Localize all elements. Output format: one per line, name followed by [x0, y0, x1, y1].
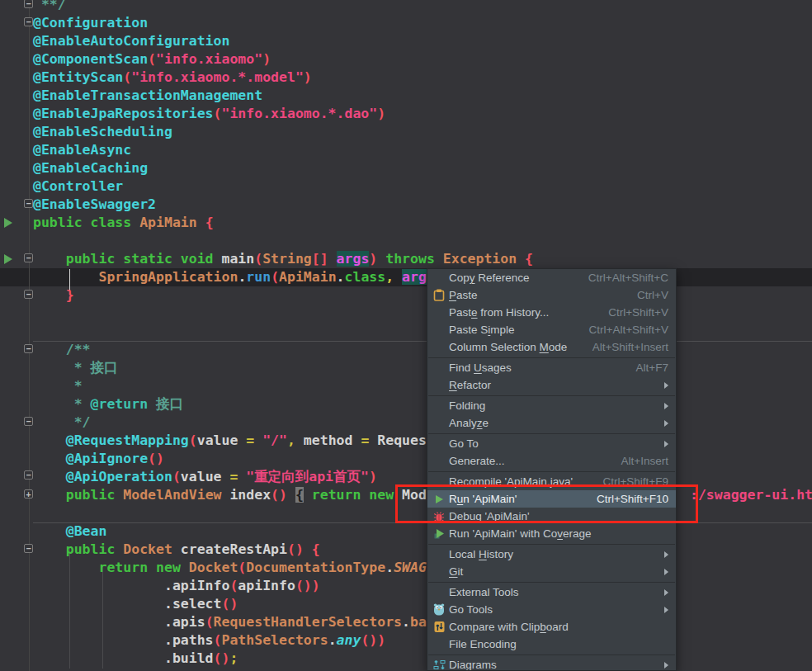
menu-item-external-tools[interactable]: External Tools — [427, 584, 676, 601]
menu-item-column-selection-mode[interactable]: Column Selection ModeAlt+Shift+Insert — [427, 338, 676, 356]
menu-item-analyze[interactable]: Analyze — [427, 414, 676, 432]
code-line[interactable]: @EnableCaching — [33, 159, 148, 177]
menu-item-folding[interactable]: Folding — [427, 397, 676, 414]
menu-item-icon-slot — [432, 379, 446, 392]
submenu-arrow-icon — [664, 662, 668, 669]
code-line[interactable]: @EnableAutoConfiguration — [33, 32, 229, 50]
code-line[interactable]: public Docket createRestApi() { — [33, 541, 320, 559]
menu-item-shortcut: Alt+Insert — [621, 455, 668, 467]
menu-item-refactor[interactable]: Refactor — [427, 376, 676, 394]
submenu-arrow-icon — [664, 403, 668, 409]
menu-item-icon-slot — [432, 399, 446, 413]
menu-item-shortcut: Ctrl+Alt+Shift+V — [589, 324, 668, 336]
code-line[interactable]: public ModelAndView index() { return new… — [33, 486, 427, 504]
code-line[interactable]: SpringApplication.run(ApiMain.class, arg — [33, 268, 427, 286]
run-gutter-arrow-icon[interactable] — [4, 218, 12, 228]
menu-item-icon-slot — [432, 437, 446, 451]
fold-marker-icon[interactable]: − — [24, 417, 33, 426]
annotation-highlight-box — [395, 484, 698, 523]
code-line[interactable]: public class ApiMain { — [33, 214, 214, 232]
fold-expand-icon[interactable]: + — [24, 489, 33, 499]
fold-marker-icon[interactable]: − — [24, 470, 33, 480]
menu-item-go-tools[interactable]: Go Tools — [427, 601, 676, 618]
code-line[interactable]: * 接口 — [33, 359, 118, 377]
code-line[interactable]: .select() — [33, 595, 238, 613]
menu-item-shortcut: Alt+Shift+Insert — [592, 341, 668, 353]
menu-item-label: Find Usages — [449, 361, 512, 374]
fold-marker-icon[interactable]: − — [24, 290, 33, 299]
code-line[interactable]: @RequestMapping(value = "/", method = Re… — [33, 432, 427, 450]
menu-item-local-history[interactable]: Local History — [427, 546, 676, 563]
menu-item-go-to[interactable]: Go To — [427, 435, 676, 452]
menu-item-copy-reference[interactable]: Copy ReferenceCtrl+Alt+Shift+C — [427, 269, 676, 286]
menu-item-icon-slot — [432, 324, 446, 337]
code-line[interactable]: @EntityScan("info.xiaomo.*.model") — [33, 69, 312, 87]
menu-item-run-apimain-with-coverage[interactable]: Run 'ApiMain' with Coverage — [427, 525, 676, 542]
fold-marker-icon[interactable]: − — [24, 17, 33, 26]
context-menu-items: Copy ReferenceCtrl+Alt+Shift+CPasteCtrl+… — [427, 269, 676, 671]
code-editor: −−−−−−−−+− **/@Configuration@EnableAutoC… — [0, 0, 812, 671]
code-line[interactable]: @ApiIgnore() — [33, 450, 164, 468]
code-line[interactable]: @Configuration — [33, 14, 148, 32]
code-line[interactable]: @EnableJpaRepositories("info.xiaomo.*.da… — [33, 105, 385, 123]
menu-item-compare-with-clipboard[interactable]: Compare with Clipboard — [427, 618, 676, 636]
menu-item-git[interactable]: Git — [427, 563, 676, 580]
code-line[interactable]: .build(); — [33, 650, 238, 668]
code-line[interactable]: .paths(PathSelectors.any()) — [33, 631, 385, 650]
menu-item-label: Local History — [449, 548, 513, 560]
menu-item-icon-slot — [432, 417, 446, 430]
submenu-arrow-icon — [664, 607, 668, 613]
paste-icon — [432, 289, 446, 302]
menu-item-label: Diagrams — [449, 659, 497, 671]
editor-context-menu: Copy ReferenceCtrl+Alt+Shift+CPasteCtrl+… — [427, 268, 677, 671]
menu-item-label: File Encoding — [449, 638, 517, 650]
compare-clipboard-icon — [432, 621, 446, 634]
code-line[interactable]: @Bean — [33, 522, 106, 541]
menu-item-label: Go Tools — [449, 603, 493, 616]
menu-item-icon-slot — [432, 455, 446, 468]
fold-marker-icon[interactable]: − — [24, 344, 33, 353]
code-line[interactable]: /** — [33, 341, 91, 359]
menu-item-label: Refactor — [449, 379, 491, 391]
fold-marker-icon[interactable]: − — [24, 199, 33, 208]
menu-item-file-encoding[interactable]: File Encoding — [427, 636, 676, 653]
menu-item-label: Folding — [449, 399, 485, 412]
code-line[interactable]: @EnableSwagger2 — [33, 196, 156, 214]
menu-item-label: Analyze — [449, 417, 489, 429]
menu-item-paste-simple[interactable]: Paste SimpleCtrl+Alt+Shift+V — [427, 321, 676, 338]
menu-item-paste[interactable]: PasteCtrl+V — [427, 286, 676, 304]
menu-item-icon-slot — [432, 548, 446, 561]
code-line[interactable]: :/swagger-ui.html — [690, 486, 812, 504]
menu-item-label: Git — [449, 565, 463, 578]
menu-item-find-usages[interactable]: Find UsagesAlt+F7 — [427, 359, 676, 376]
code-line[interactable]: * @return 接口 — [33, 395, 183, 413]
fold-marker-icon[interactable]: − — [24, 544, 33, 553]
menu-item-paste-from-history[interactable]: Paste from History...Ctrl+Shift+V — [427, 304, 676, 321]
code-line[interactable]: */ — [33, 413, 91, 432]
code-line[interactable]: return new Docket(DocumentationType.SWAG — [33, 559, 427, 577]
code-line[interactable]: .apiInfo(apiInfo()) — [33, 577, 320, 595]
code-line[interactable]: @EnableScheduling — [33, 123, 172, 141]
code-line[interactable]: @EnableTransactionManagement — [33, 87, 262, 105]
code-line[interactable]: **/ — [33, 0, 66, 14]
code-line[interactable]: @ComponentScan("info.xiaomo") — [33, 50, 271, 69]
submenu-arrow-icon — [664, 420, 668, 427]
menu-item-label: Column Selection Mode — [449, 341, 567, 353]
code-line[interactable]: } — [33, 286, 74, 305]
fold-marker-icon[interactable]: − — [24, 0, 33, 8]
menu-item-shortcut: Alt+F7 — [636, 361, 668, 374]
menu-item-diagrams[interactable]: Diagrams — [427, 656, 676, 671]
code-line[interactable]: public static void main(String[] args) t… — [33, 250, 533, 268]
menu-item-label: Paste Simple — [449, 324, 515, 336]
code-line[interactable]: @Controller — [33, 177, 123, 196]
code-line[interactable]: .apis(RequestHandlerSelectors.ba — [33, 613, 427, 631]
menu-item-label: Go To — [449, 437, 479, 450]
menu-item-icon-slot — [432, 586, 446, 599]
menu-item-generate[interactable]: Generate...Alt+Insert — [427, 452, 676, 470]
fold-marker-icon[interactable]: − — [24, 253, 33, 262]
menu-item-label: Paste — [449, 289, 478, 301]
code-line[interactable]: * — [33, 377, 83, 395]
code-line[interactable]: @ApiOperation(value = "重定向到api首页") — [33, 468, 377, 486]
run-gutter-arrow-icon[interactable] — [4, 254, 12, 264]
code-line[interactable]: @EnableAsync — [33, 141, 131, 159]
